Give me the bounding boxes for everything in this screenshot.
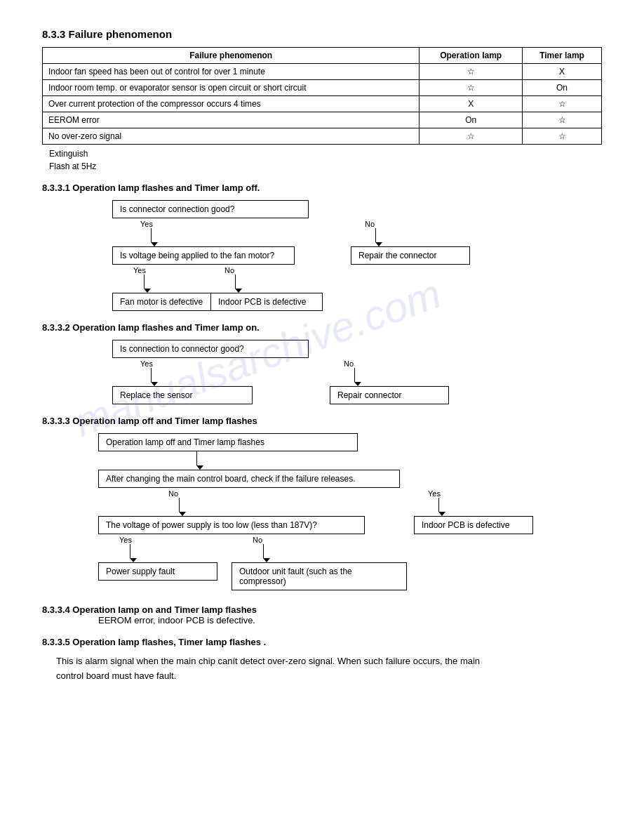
section-title: 8.3.3 Failure phenomenon: [42, 28, 602, 40]
fc1-no1-label: No: [365, 220, 375, 228]
col-header-op-lamp: Operation lamp: [420, 48, 523, 64]
fc1-yes1-label: Yes: [140, 220, 153, 228]
table-cell-phenomenon: No over-zero signal: [43, 128, 420, 145]
fc1-indoor-pcb: Indoor PCB is defective: [210, 293, 323, 311]
subsection-5-desc: This is alarm signal when the main chip …: [56, 654, 602, 684]
failure-table: Failure phenomenon Operation lamp Timer …: [42, 47, 602, 145]
fc1-yes2-label: Yes: [133, 266, 146, 274]
col-header-phenomenon: Failure phenomenon: [43, 48, 420, 64]
table-cell-op-lamp: ☆: [420, 64, 523, 80]
table-row: No over-zero signal☆☆: [43, 128, 602, 145]
subsection-5: 8.3.3.5 Operation lamp flashes, Timer la…: [42, 637, 602, 684]
subsection-3-title: 8.3.3.3 Operation lamp off and Timer lam…: [42, 416, 602, 426]
fc3-yes2-label: Yes: [119, 536, 132, 544]
subsection-4-title: 8.3.3.4 Operation lamp on and Timer lamp…: [42, 604, 257, 615]
subsection-4-desc: EEROM error, indoor PCB is defective.: [98, 615, 255, 626]
table-cell-timer-lamp: On: [523, 80, 602, 96]
table-cell-phenomenon: Indoor fan speed has been out of control…: [43, 64, 420, 80]
table-cell-op-lamp: On: [420, 112, 523, 128]
fc2-no1-label: No: [344, 359, 354, 368]
fc3-no2-label: No: [253, 536, 262, 544]
fc3-indoor-pcb: Indoor PCB is defective: [414, 516, 533, 534]
table-row: EEROM errorOn☆: [43, 112, 602, 128]
subsection-4: 8.3.3.4 Operation lamp on and Timer lamp…: [42, 604, 602, 626]
subsection-2-title: 8.3.3.2 Operation lamp flashes and Timer…: [42, 322, 602, 333]
legend-flash: Flash at 5Hz: [49, 161, 602, 171]
fc1-no2-label: No: [224, 266, 234, 274]
fc1-q2: Is voltage being applied to the fan moto…: [112, 246, 295, 265]
fc3-start: Operation lamp off and Timer lamp flashe…: [98, 433, 358, 451]
table-cell-timer-lamp: ☆: [523, 96, 602, 112]
fc1-fan-defective: Fan motor is defective: [112, 293, 224, 311]
fc3-outdoor-fault: Outdoor unit fault (such as the compress…: [232, 562, 407, 590]
table-row: Over current protection of the compresso…: [43, 96, 602, 112]
table-row: Indoor fan speed has been out of control…: [43, 64, 602, 80]
subsection-5-title: 8.3.3.5 Operation lamp flashes, Timer la…: [42, 637, 602, 647]
col-header-timer-lamp: Timer lamp: [523, 48, 602, 64]
table-cell-timer-lamp: ☆: [523, 112, 602, 128]
fc1-repair-connector: Repair the connector: [351, 246, 470, 265]
fc3-no1-label: No: [168, 489, 178, 498]
fc2-repair-connector: Repair connector: [330, 386, 449, 404]
flowchart-3: Operation lamp off and Timer lamp flashe…: [70, 433, 547, 590]
table-cell-timer-lamp: X: [523, 64, 602, 80]
flowchart-1: Is connector connection good? Yes Is vol…: [70, 200, 547, 311]
table-cell-phenomenon: Over current protection of the compresso…: [43, 96, 420, 112]
fc3-q2: The voltage of power supply is too low (…: [98, 516, 365, 534]
fc3-yes1-label: Yes: [428, 489, 441, 498]
table-cell-op-lamp: X: [420, 96, 523, 112]
table-cell-op-lamp: ☆: [420, 80, 523, 96]
fc2-replace-sensor: Replace the sensor: [112, 386, 253, 404]
flowchart-2: Is connection to connector good? Yes Rep…: [70, 340, 547, 404]
subsection-1-title: 8.3.3.1 Operation lamp flashes and Timer…: [42, 183, 602, 193]
legend-extinguish: Extinguish: [49, 149, 602, 159]
fc2-q1: Is connection to connector good?: [112, 340, 309, 358]
fc2-yes1-label: Yes: [140, 359, 153, 368]
table-row: Indoor room temp. or evaporator sensor i…: [43, 80, 602, 96]
table-cell-op-lamp: ☆: [420, 128, 523, 145]
fc1-q1: Is connector connection good?: [112, 200, 309, 218]
fc3-power-fault: Power supply fault: [98, 562, 217, 581]
fc3-q1: After changing the main control board, c…: [98, 470, 400, 488]
table-cell-timer-lamp: ☆: [523, 128, 602, 145]
table-cell-phenomenon: EEROM error: [43, 112, 420, 128]
table-cell-phenomenon: Indoor room temp. or evaporator sensor i…: [43, 80, 420, 96]
